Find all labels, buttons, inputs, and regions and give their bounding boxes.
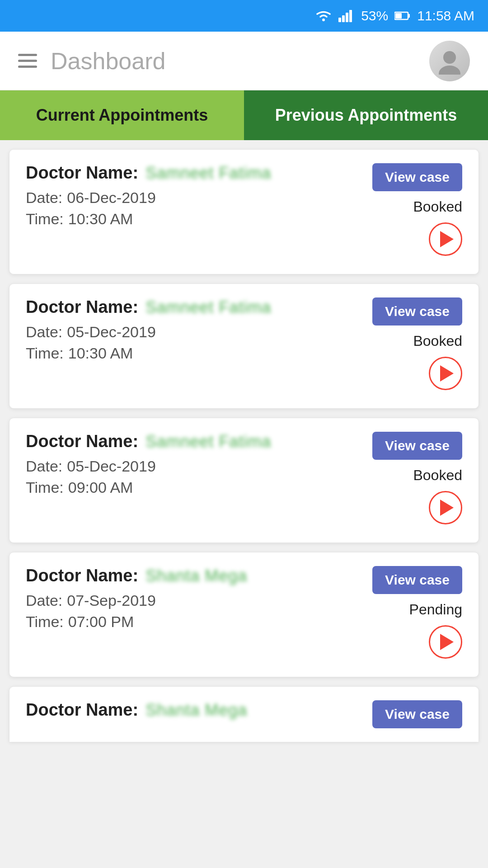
card-actions: View case — [372, 700, 462, 728]
avatar-icon — [436, 47, 463, 75]
svg-rect-3 — [346, 13, 348, 22]
play-button[interactable] — [429, 222, 462, 256]
card-info: Doctor Name: Shanta Mega — [26, 700, 372, 726]
card-info: Doctor Name: Shanta Mega Date: 07-Sep-20… — [26, 566, 372, 634]
time-row: Time: 09:00 AM — [26, 479, 372, 496]
appointment-card: Doctor Name: Samneet Fatima Date: 05-Dec… — [9, 283, 479, 409]
status-badge: Pending — [409, 601, 462, 618]
appointment-card: Doctor Name: Shanta Mega Date: 07-Sep-20… — [9, 552, 479, 677]
card-actions: View case Booked — [372, 163, 462, 256]
date-label: Date: — [26, 189, 62, 207]
date-row: Date: 05-Dec-2019 — [26, 323, 372, 341]
card-top-row: Doctor Name: Shanta Mega Date: 07-Sep-20… — [26, 566, 462, 659]
hamburger-line-3 — [18, 66, 37, 68]
date-label: Date: — [26, 323, 62, 341]
svg-rect-1 — [338, 18, 341, 22]
play-icon — [440, 634, 454, 650]
signal-icon — [338, 9, 355, 22]
doctor-label: Doctor Name: — [26, 163, 138, 183]
status-badge: Booked — [413, 198, 462, 215]
time-label: Time: — [26, 344, 64, 362]
date-value: 05-Dec-2019 — [67, 323, 156, 341]
date-label: Date: — [26, 458, 62, 475]
time-value: 10:30 AM — [68, 210, 133, 228]
card-top-row: Doctor Name: Samneet Fatima Date: 06-Dec… — [26, 163, 462, 256]
doctor-name-row: Doctor Name: Samneet Fatima — [26, 432, 372, 451]
date-row: Date: 06-Dec-2019 — [26, 189, 372, 207]
doctor-name-row: Doctor Name: Samneet Fatima — [26, 163, 372, 183]
appointment-card: Doctor Name: Samneet Fatima Date: 05-Dec… — [9, 418, 479, 543]
time-value: 07:00 PM — [68, 613, 134, 631]
svg-rect-4 — [349, 10, 352, 22]
doctor-name: Samneet Fatima — [145, 298, 271, 317]
card-actions: View case Booked — [372, 297, 462, 390]
view-case-button[interactable]: View case — [372, 163, 462, 191]
tabs-container: Current Appointments Previous Appointmen… — [0, 90, 488, 140]
view-case-button[interactable]: View case — [372, 566, 462, 594]
play-icon — [440, 365, 454, 382]
doctor-name-row: Doctor Name: Shanta Mega — [26, 566, 372, 585]
card-top-row: Doctor Name: Samneet Fatima Date: 05-Dec… — [26, 297, 462, 390]
date-row: Date: 07-Sep-2019 — [26, 592, 372, 609]
svg-rect-6 — [408, 14, 410, 18]
doctor-name: Shanta Mega — [145, 566, 247, 585]
appointments-list: Doctor Name: Samneet Fatima Date: 06-Dec… — [0, 140, 488, 751]
time-row: Time: 07:00 PM — [26, 613, 372, 631]
date-value: 07-Sep-2019 — [67, 592, 156, 609]
time-value: 09:00 AM — [68, 479, 133, 496]
battery-text: 53% — [361, 8, 388, 24]
svg-rect-2 — [342, 15, 345, 22]
menu-button[interactable] — [18, 54, 37, 68]
svg-point-8 — [443, 51, 456, 64]
battery-icon — [394, 11, 411, 21]
status-badge: Booked — [413, 467, 462, 484]
doctor-label: Doctor Name: — [26, 432, 138, 451]
doctor-name: Samneet Fatima — [145, 164, 271, 183]
view-case-button[interactable]: View case — [372, 432, 462, 460]
time-text: 11:58 AM — [417, 8, 474, 24]
time-label: Time: — [26, 479, 64, 496]
doctor-label: Doctor Name: — [26, 566, 138, 585]
view-case-button[interactable]: View case — [372, 297, 462, 326]
card-top-row: Doctor Name: Samneet Fatima Date: 05-Dec… — [26, 432, 462, 524]
svg-point-9 — [439, 66, 460, 75]
time-label: Time: — [26, 613, 64, 631]
card-info: Doctor Name: Samneet Fatima Date: 05-Dec… — [26, 432, 372, 500]
hamburger-line-1 — [18, 54, 37, 56]
svg-rect-7 — [395, 13, 402, 19]
play-button[interactable] — [429, 357, 462, 390]
wifi-icon — [315, 9, 332, 22]
svg-point-0 — [322, 19, 325, 21]
play-button[interactable] — [429, 625, 462, 659]
page-title: Dashboard — [51, 47, 165, 75]
doctor-name: Shanta Mega — [145, 701, 247, 720]
avatar[interactable] — [429, 41, 470, 81]
date-value: 05-Dec-2019 — [67, 458, 156, 475]
time-label: Time: — [26, 210, 64, 228]
doctor-name-row: Doctor Name: Samneet Fatima — [26, 297, 372, 317]
card-info: Doctor Name: Samneet Fatima Date: 05-Dec… — [26, 297, 372, 366]
time-value: 10:30 AM — [68, 344, 133, 362]
doctor-label: Doctor Name: — [26, 700, 138, 720]
date-label: Date: — [26, 592, 62, 609]
view-case-button[interactable]: View case — [372, 700, 462, 728]
time-row: Time: 10:30 AM — [26, 210, 372, 228]
header: Dashboard — [0, 32, 488, 90]
header-left: Dashboard — [18, 47, 165, 75]
tab-current-appointments[interactable]: Current Appointments — [0, 90, 244, 140]
appointment-card: Doctor Name: Samneet Fatima Date: 06-Dec… — [9, 149, 479, 274]
status-icons: 53% 11:58 AM — [315, 8, 474, 24]
hamburger-line-2 — [18, 60, 37, 62]
appointment-card-partial: Doctor Name: Shanta Mega View case — [9, 686, 479, 742]
card-top-row: Doctor Name: Shanta Mega View case — [26, 700, 462, 728]
status-badge: Booked — [413, 333, 462, 349]
doctor-name: Samneet Fatima — [145, 432, 271, 451]
card-actions: View case Pending — [372, 566, 462, 659]
play-icon — [440, 231, 454, 247]
time-row: Time: 10:30 AM — [26, 344, 372, 362]
doctor-name-row: Doctor Name: Shanta Mega — [26, 700, 372, 720]
play-button[interactable] — [429, 491, 462, 524]
date-value: 06-Dec-2019 — [67, 189, 156, 207]
tab-previous-appointments[interactable]: Previous Appointments — [244, 90, 488, 140]
doctor-label: Doctor Name: — [26, 297, 138, 317]
